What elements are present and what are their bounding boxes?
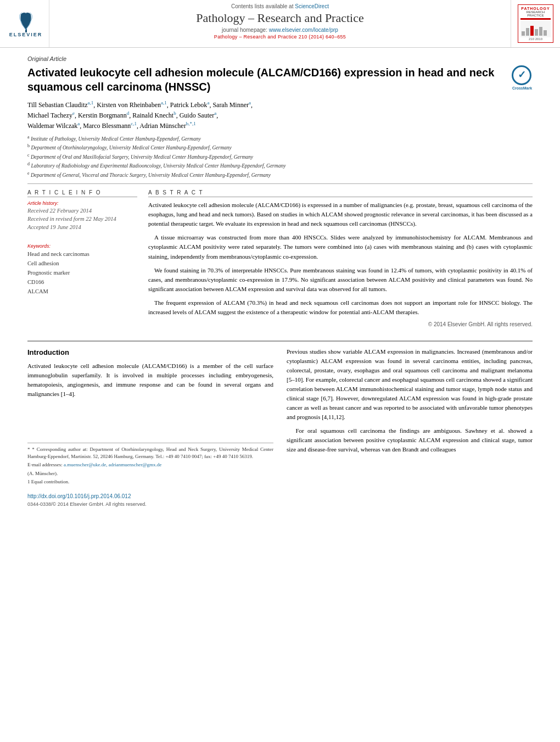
body-right-col: Previous studies show variable ALCAM exp… — [287, 347, 533, 509]
info-abstract-columns: A R T I C L E I N F O Article history: R… — [0, 189, 560, 327]
svg-rect-6 — [539, 27, 542, 36]
abstract-col: A B S T R A C T Activated leukocyte cell… — [148, 189, 533, 327]
elsevier-logo-area: ELSEVIER — [0, 0, 49, 47]
body-left-col: Introduction Activated leukocyte cell ad… — [27, 347, 273, 509]
homepage-label: journal homepage: — [222, 27, 267, 33]
affiliations: a Institute of Pathology, University Med… — [27, 134, 533, 179]
body-columns: Introduction Activated leukocyte cell ad… — [27, 347, 533, 509]
history-label: Article history: — [27, 200, 137, 206]
article-type-label: Original Article — [27, 55, 533, 62]
svg-rect-4 — [530, 26, 534, 36]
svg-rect-7 — [544, 30, 547, 36]
logo-chart-icon — [520, 21, 551, 37]
revised-date: Received in revised form 22 May 2014 — [27, 215, 137, 224]
intro-para-1: Activated leukocyte cell adhesion molecu… — [27, 361, 273, 399]
logo-bar — [520, 18, 551, 20]
received-date: Received 22 February 2014 — [27, 207, 137, 215]
keyword-1: Head and neck carcinomas — [27, 250, 137, 259]
footnote-email: E-mail addresses: a.muenscher@uke.de, ad… — [27, 461, 273, 468]
keyword-3: Prognostic marker — [27, 269, 137, 278]
intro-heading: Introduction — [27, 347, 273, 358]
keyword-4: CD166 — [27, 278, 137, 287]
abstract-text: Activated leukocyte cell adhesion molecu… — [148, 200, 533, 317]
crossmark-icon: ✓ — [512, 65, 531, 85]
keywords-label: Keywords: — [27, 243, 137, 249]
homepage-url[interactable]: www.elsevier.com/locate/prp — [269, 27, 338, 33]
logo-issue: 210 2010 — [520, 37, 551, 41]
copyright-line: © 2014 Elsevier GmbH. All rights reserve… — [148, 321, 533, 327]
affiliation-c: c Department of Oral and Maxillofacial S… — [27, 152, 533, 161]
article-title-text: Activated leukocyte cell adhesion molecu… — [27, 65, 512, 94]
keyword-5: ALCAM — [27, 287, 137, 297]
right-para-2: For oral squamous cell carcinoma the fin… — [287, 426, 533, 454]
article-info-col: A R T I C L E I N F O Article history: R… — [27, 189, 137, 327]
abstract-para-3: We found staining in 70.3% of interpreta… — [148, 266, 533, 294]
journal-title: Pathology – Research and Practice — [196, 11, 363, 25]
affiliation-b: b Department of Otorhinolaryngology, Uni… — [27, 143, 533, 152]
right-para-1: Previous studies show variable ALCAM exp… — [287, 347, 533, 422]
journal-tag: Pathology – Research and Practice 210 (2… — [214, 34, 346, 40]
affiliation-a: a Institute of Pathology, University Med… — [27, 134, 533, 143]
accepted-date: Accepted 19 June 2014 — [27, 224, 137, 232]
sciencedirect-link[interactable]: ScienceDirect — [295, 3, 329, 9]
journal-logo-area: PATHOLOGY RESEARCH PRACTICE 210 2010 — [511, 0, 560, 47]
svg-rect-5 — [535, 29, 538, 36]
authors-line: Till Sebastian Clauditza,1, Kirsten von … — [27, 99, 533, 131]
section-divider-1 — [27, 183, 533, 184]
abstract-para-1: Activated leukocyte cell adhesion molecu… — [148, 200, 533, 228]
svg-rect-2 — [522, 31, 525, 36]
page: ELSEVIER Contents lists available at Sci… — [0, 0, 560, 742]
elsevier-label: ELSEVIER — [9, 32, 43, 37]
footnote-email-name: (A. Münscher). — [27, 470, 273, 477]
footnote-email-link[interactable]: a.muenscher@uke.de, adrianmuenscher@gmx.… — [64, 462, 161, 467]
article-info-heading: A R T I C L E I N F O — [27, 189, 137, 197]
svg-rect-3 — [526, 28, 529, 36]
doi-section: http://dx.doi.org/10.1016/j.prp.2014.06.… — [27, 487, 273, 509]
footnote-equal: 1 Equal contribution. — [27, 478, 273, 486]
affiliation-e: e Department of General, Visceral and Th… — [27, 170, 533, 179]
journal-header-middle: Contents lists available at ScienceDirec… — [49, 0, 511, 47]
logo-practice: PRACTICE — [520, 14, 551, 17]
body-divider — [27, 341, 533, 342]
article-section: Original Article Activated leukocyte cel… — [0, 48, 560, 179]
article-title-area: Activated leukocyte cell adhesion molecu… — [27, 65, 533, 94]
doi-link[interactable]: http://dx.doi.org/10.1016/j.prp.2014.06.… — [27, 493, 131, 499]
footnote-divider — [27, 443, 273, 443]
footnote-star: * * Corresponding author at: Department … — [27, 446, 273, 460]
abstract-para-2: A tissue microarray was constructed from… — [148, 233, 533, 261]
logo-pathology: PATHOLOGY — [520, 7, 551, 10]
crossmark-badge: ✓ CrossMark — [512, 65, 533, 86]
affiliation-d: d Laboratory of Radiobiology and Experim… — [27, 161, 533, 170]
abstract-heading: A B S T R A C T — [148, 189, 533, 197]
journal-logo: PATHOLOGY RESEARCH PRACTICE 210 2010 — [518, 4, 553, 43]
contents-label: Contents lists available at — [231, 3, 293, 9]
keyword-2: Cell adhesion — [27, 259, 137, 269]
issn-line: 0344-0338/© 2014 Elsevier GmbH. All righ… — [27, 501, 273, 509]
elsevier-tree-icon — [7, 10, 45, 32]
header-row: ELSEVIER Contents lists available at Sci… — [0, 0, 560, 48]
body-section: Introduction Activated leukocyte cell ad… — [0, 327, 560, 509]
abstract-para-4: The frequent expression of ALCAM (70.3%)… — [148, 298, 533, 317]
keywords-list: Head and neck carcinomas Cell adhesion P… — [27, 250, 137, 296]
footnotes-area: * * Corresponding author at: Department … — [27, 443, 273, 486]
